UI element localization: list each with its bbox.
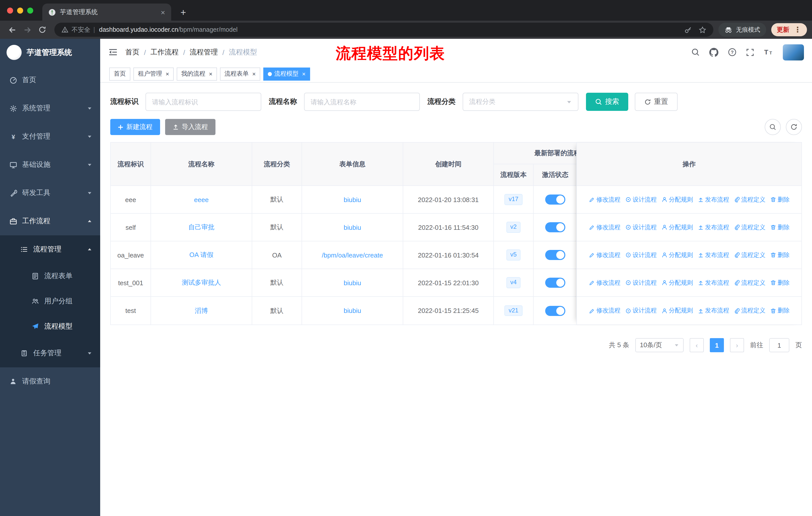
help-icon[interactable]: ? [728, 48, 736, 56]
browser-menu-icon[interactable]: ⋮ [794, 25, 802, 34]
publish-process-link[interactable]: 发布流程 [697, 251, 729, 259]
next-page-button[interactable]: › [730, 338, 744, 352]
process-name-link[interactable]: eeee [194, 196, 209, 203]
github-icon[interactable] [709, 48, 718, 57]
sidebar-item-pay[interactable]: ¥支付管理 [0, 123, 100, 151]
filter-category-select[interactable]: 流程分类 [463, 93, 578, 111]
refresh-table-icon[interactable] [786, 119, 802, 135]
version-tag[interactable]: v4 [506, 277, 521, 288]
breadcrumb-item[interactable]: 流程管理 [190, 48, 218, 57]
filter-name-input[interactable] [304, 93, 420, 111]
tag-close-icon[interactable]: × [302, 71, 306, 77]
show-search-icon[interactable] [765, 119, 781, 135]
process-name-link[interactable]: OA 请假 [189, 250, 213, 260]
sidebar-item-system[interactable]: 系统管理 [0, 94, 100, 123]
definition-process-link[interactable]: 流程定义 [734, 278, 765, 287]
tag-close-icon[interactable]: × [166, 71, 169, 77]
definition-process-link[interactable]: 流程定义 [734, 306, 765, 315]
version-tag[interactable]: v21 [505, 305, 523, 316]
maximize-window-button[interactable] [27, 7, 33, 13]
active-toggle[interactable] [545, 306, 565, 316]
publish-process-link[interactable]: 发布流程 [697, 223, 729, 232]
edit-process-link[interactable]: 修改流程 [589, 306, 620, 315]
avatar[interactable] [783, 44, 804, 60]
bookmark-star-icon[interactable] [699, 26, 706, 33]
fullscreen-icon[interactable] [746, 48, 754, 56]
delete-process-link[interactable]: 删除 [770, 251, 790, 259]
assign-process-link[interactable]: 分配规则 [661, 306, 693, 315]
sidebar-logo[interactable]: 芋道管理系统 [0, 39, 100, 66]
update-button[interactable]: 更新 ⋮ [771, 23, 807, 36]
back-icon[interactable] [5, 23, 19, 37]
create-process-button[interactable]: 新建流程 [110, 119, 160, 135]
delete-process-link[interactable]: 删除 [770, 278, 790, 287]
tag-tenant[interactable]: 租户管理× [134, 67, 174, 80]
edit-process-link[interactable]: 修改流程 [589, 278, 620, 287]
version-tag[interactable]: v5 [506, 249, 521, 260]
sidebar-item-bpm-manage[interactable]: 流程管理 [0, 235, 100, 264]
tab-close-icon[interactable]: × [161, 8, 165, 16]
publish-process-link[interactable]: 发布流程 [697, 195, 729, 204]
process-name-link[interactable]: 滔博 [195, 306, 208, 315]
page-size-select[interactable]: 10条/页 [635, 338, 684, 352]
active-toggle[interactable] [545, 250, 565, 260]
font-size-icon[interactable]: TT [764, 48, 773, 56]
sidebar-item-bpm-form[interactable]: 流程表单 [0, 264, 100, 289]
delete-process-link[interactable]: 删除 [770, 223, 790, 232]
form-info-link[interactable]: /bpm/oa/leave/create [322, 251, 383, 259]
version-tag[interactable]: v17 [505, 194, 523, 205]
sidebar-fold-icon[interactable] [108, 47, 118, 57]
breadcrumb-item[interactable]: 工作流程 [150, 48, 179, 57]
sidebar-item-infra[interactable]: 基础设施 [0, 151, 100, 179]
form-info-link[interactable]: biubiu [344, 196, 361, 203]
reload-icon[interactable] [35, 23, 49, 37]
definition-process-link[interactable]: 流程定义 [734, 195, 765, 204]
form-info-link[interactable]: biubiu [344, 307, 361, 315]
import-process-button[interactable]: 导入流程 [165, 119, 215, 135]
definition-process-link[interactable]: 流程定义 [734, 251, 765, 259]
sidebar-item-workflow[interactable]: 工作流程 [0, 207, 100, 235]
edit-process-link[interactable]: 修改流程 [589, 223, 620, 232]
sidebar-item-user-group[interactable]: 用户分组 [0, 289, 100, 314]
delete-process-link[interactable]: 删除 [770, 306, 790, 315]
tag-close-icon[interactable]: × [209, 71, 212, 77]
assign-process-link[interactable]: 分配规则 [661, 223, 693, 232]
process-name-link[interactable]: 自己审批 [188, 223, 214, 232]
design-process-link[interactable]: 设计流程 [625, 223, 657, 232]
prev-page-button[interactable]: ‹ [690, 338, 704, 352]
sidebar-item-task-manage[interactable]: 任务管理 [0, 339, 100, 368]
search-button[interactable]: 搜索 [586, 93, 628, 111]
version-tag[interactable]: v2 [506, 222, 521, 233]
active-toggle[interactable] [545, 278, 565, 288]
assign-process-link[interactable]: 分配规则 [661, 195, 693, 204]
forward-icon[interactable] [20, 23, 34, 37]
tag-home[interactable]: 首页 [109, 67, 130, 80]
goto-page-input[interactable] [769, 338, 789, 352]
form-info-link[interactable]: biubiu [344, 279, 361, 287]
active-toggle[interactable] [545, 222, 565, 232]
new-tab-button[interactable]: + [177, 7, 189, 17]
active-toggle[interactable] [545, 194, 565, 205]
publish-process-link[interactable]: 发布流程 [697, 306, 729, 315]
sidebar-item-devtool[interactable]: 研发工具 [0, 179, 100, 207]
edit-process-link[interactable]: 修改流程 [589, 251, 620, 259]
reset-button[interactable]: 重置 [635, 93, 677, 111]
tag-process-model[interactable]: 流程模型× [263, 67, 310, 80]
design-process-link[interactable]: 设计流程 [625, 278, 657, 287]
breadcrumb-item[interactable]: 首页 [125, 48, 140, 57]
design-process-link[interactable]: 设计流程 [625, 251, 657, 259]
publish-process-link[interactable]: 发布流程 [697, 278, 729, 287]
assign-process-link[interactable]: 分配规则 [661, 278, 693, 287]
current-page-button[interactable]: 1 [710, 338, 724, 352]
tag-process-form[interactable]: 流程表单× [220, 67, 260, 80]
definition-process-link[interactable]: 流程定义 [734, 223, 765, 232]
search-icon[interactable] [691, 48, 700, 56]
security-indicator[interactable]: 不安全 | [61, 25, 95, 34]
browser-tab[interactable]: 芋道管理系统 × [42, 3, 171, 21]
delete-process-link[interactable]: 删除 [770, 195, 790, 204]
assign-process-link[interactable]: 分配规则 [661, 251, 693, 259]
sidebar-item-home[interactable]: 首页 [0, 66, 100, 94]
edit-process-link[interactable]: 修改流程 [589, 195, 620, 204]
filter-key-input[interactable] [145, 93, 261, 111]
address-bar[interactable]: 不安全 | dashboard.yudao.iocoder.cn/bpm/man… [54, 23, 713, 37]
